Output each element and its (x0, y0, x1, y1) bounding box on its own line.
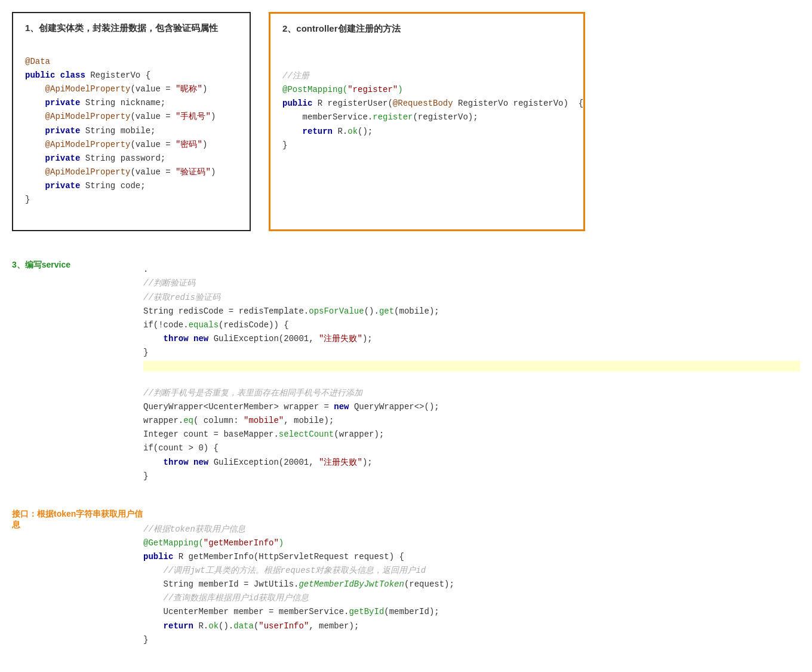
code-text: , mobile); (284, 416, 334, 425)
box1-entity: 1、创建实体类，封装注册数据，包含验证码属性 @Data public clas… (12, 12, 251, 231)
code-annotation: @RequestBody (393, 99, 458, 108)
code-text: ); (362, 334, 373, 343)
code-method: equals (189, 320, 219, 330)
code-text: GuliException(20001, (214, 334, 319, 343)
code-text: if(count > 0) { (143, 443, 219, 453)
code-annotation: @Data (25, 57, 50, 66)
code-text: String password; (85, 154, 165, 163)
code-text: (memberId); (384, 607, 439, 616)
code-annotation: @GetMapping("getMemberInfo") (143, 538, 284, 548)
service-label-col: 3、编写service (12, 249, 143, 271)
code-text: (wrapper); (334, 429, 384, 439)
code-text: (). (219, 621, 233, 631)
code-text: UcenterMember member = memberService. (164, 607, 349, 616)
token-label: 接口：根据token字符串获取用户信息 (12, 509, 143, 529)
code-method: register (373, 112, 413, 122)
code-keyword: private (45, 126, 85, 136)
box2-controller: 2、controller创建注册的方法 //注册 @PostMapping("r… (269, 12, 585, 231)
code-text: String code; (85, 181, 146, 191)
code-comment: //根据token获取用户信息 (143, 524, 245, 534)
code-comment: //调用jwt工具类的方法。根据request对象获取头信息，返回用户id (164, 566, 426, 575)
code-method: get (379, 306, 394, 316)
code-text: (request); (404, 579, 454, 589)
code-text: ) (211, 112, 216, 121)
code-annotation: @ApiModelProperty (45, 84, 131, 94)
code-text: Integer count = baseMapper. (143, 429, 279, 439)
code-annotation: @PostMapping("register") (282, 85, 403, 94)
code-text: GuliException(20001, (214, 458, 319, 467)
code-text: (); (358, 127, 373, 136)
code-text: QueryWrapper<UcenterMember> wrapper = (143, 402, 334, 412)
code-text: String nickname; (85, 98, 165, 108)
code-annotation: @ApiModelProperty (45, 167, 131, 177)
code-text: RegisterVo registerVo) { (458, 99, 583, 108)
code-string: "注册失败" (319, 334, 362, 343)
code-text: ) (202, 140, 207, 149)
code-method: data (233, 621, 254, 631)
code-string: "手机号" (176, 112, 211, 121)
code-string: "注册失败" (319, 458, 362, 467)
box1-title: 1、创建实体类，封装注册数据，包含验证码属性 (25, 23, 238, 34)
code-text: (mobile); (394, 306, 439, 316)
highlight-bar (143, 361, 800, 372)
code-text: (value = (130, 84, 176, 94)
box2-title: 2、controller创建注册的方法 (282, 23, 571, 35)
code-method: eq (183, 416, 193, 425)
code-text: memberService. (303, 112, 373, 122)
code-text: QueryWrapper<>(); (354, 402, 439, 412)
code-text: String mobile; (85, 126, 156, 136)
code-text: , member); (309, 621, 359, 631)
code-keyword: public (282, 99, 318, 108)
code-text: (value = (130, 112, 176, 121)
code-text: ); (362, 458, 373, 467)
code-text: if(!code. (143, 320, 189, 330)
service-label: 3、编写service (12, 260, 70, 269)
code-text: } (282, 140, 287, 150)
box2-code: //注册 @PostMapping("register") public R r… (282, 42, 571, 166)
code-method: getMemberIdByJwtToken (299, 579, 404, 589)
code-method: ok (347, 127, 358, 136)
code-text: String redisCode = redisTemplate. (143, 306, 309, 316)
code-text: ( column: (193, 416, 244, 425)
code-method: selectCount (279, 429, 334, 439)
code-text: . (143, 265, 148, 274)
token-label-col: 接口：根据token字符串获取用户信息 (12, 509, 143, 530)
code-text: } (143, 635, 148, 645)
service-code: . //判断验证码 //获取redis验证码 String redisCode … (143, 249, 800, 497)
token-section: 接口：根据token字符串获取用户信息 //根据token获取用户信息 @Get… (12, 509, 800, 661)
code-text: ) (211, 167, 216, 177)
code-text: wrapper. (143, 416, 183, 425)
code-comment: //查询数据库根据用户id获取用户信息 (164, 593, 309, 603)
token-code: //根据token获取用户信息 @GetMapping("getMemberIn… (143, 509, 800, 661)
code-comment: //判断验证码 (143, 278, 195, 288)
code-string: "userInfo" (259, 621, 309, 631)
code-keyword: public (143, 552, 179, 561)
code-method: ok (208, 621, 219, 631)
code-keyword: return (164, 621, 199, 631)
code-keyword: private (45, 181, 85, 191)
code-text: (value = (130, 167, 176, 177)
code-comment: //获取redis验证码 (143, 293, 220, 302)
code-keyword: return (303, 127, 338, 136)
code-text: R registerUser( (318, 99, 393, 108)
code-string: "mobile" (244, 416, 284, 425)
code-text: RegisterVo { (90, 70, 150, 80)
code-string: "验证码" (176, 167, 211, 177)
code-keyword: new (334, 402, 354, 412)
top-section: 1、创建实体类，封装注册数据，包含验证码属性 @Data public clas… (12, 12, 800, 231)
service-section: 3、编写service . //判断验证码 //获取redis验证码 Strin… (12, 249, 800, 497)
code-text: } (143, 471, 148, 481)
code-text: R. (198, 621, 208, 631)
code-keyword: private (45, 154, 85, 163)
code-comment: //注册 (282, 71, 309, 81)
code-keyword: new (193, 334, 214, 343)
code-keyword: private (45, 98, 85, 108)
code-text: } (25, 195, 30, 204)
code-annotation: @ApiModelProperty (45, 140, 131, 149)
code-annotation: @ApiModelProperty (45, 112, 131, 121)
code-method: getById (349, 607, 384, 616)
code-text: String memberId = JwtUtils. (164, 579, 299, 589)
code-keyword: throw (164, 458, 193, 467)
box1-code: @Data public class RegisterVo { @ApiMode… (25, 41, 238, 220)
code-string: "密码" (176, 140, 202, 149)
